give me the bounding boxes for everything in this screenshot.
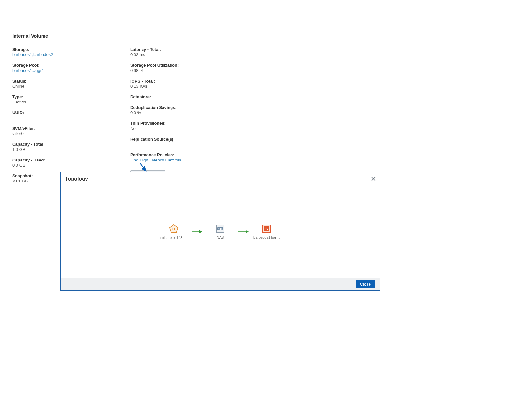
topology-flow: Hocise-esx-1431…NASNASSbarbados1,bar… — [160, 224, 280, 240]
kv-label: Deduplication Savings: — [130, 105, 233, 110]
topology-node-host[interactable]: Hocise-esx-1431… — [160, 224, 187, 240]
kv-label: Status: — [12, 79, 119, 83]
topology-node-nas[interactable]: NASNAS — [207, 224, 234, 239]
kv-value: 1.0 GB — [12, 147, 119, 152]
arrow-right-icon — [191, 230, 203, 234]
kv-label: SVM/vFiler: — [12, 126, 119, 131]
kv-label: Capacity - Total: — [12, 142, 119, 147]
panel-title: Internal Volume — [8, 27, 237, 47]
kv-label: Performance Policies: — [130, 152, 233, 157]
kv-value: 0.02 ms — [130, 52, 233, 57]
kv-right-1: Storage Pool Utilization:0.68 % — [130, 63, 233, 73]
close-icon[interactable]: ✕ — [367, 172, 380, 185]
panel-col-left: Storage:barbados1,barbados2Storage Pool:… — [8, 47, 123, 189]
kv-value-link[interactable]: barbados1,barbados2 — [12, 52, 119, 57]
kv-label: Storage Pool: — [12, 63, 119, 68]
dialog-title: Topology — [61, 176, 367, 182]
kv-value-link[interactable]: Find High Latency FlexVols — [130, 158, 233, 162]
kv-left-6: Capacity - Total:1.0 GB — [12, 142, 119, 152]
arrow-right-icon — [238, 230, 249, 234]
kv-label: IOPS - Total: — [130, 79, 233, 83]
storage-icon: S — [262, 224, 271, 233]
host-icon: H — [169, 224, 179, 234]
panel-columns: Storage:barbados1,barbados2Storage Pool:… — [8, 47, 237, 189]
panel-col-right: Latency - Total:0.02 msStorage Pool Util… — [123, 47, 237, 189]
kv-right-2: IOPS - Total:0.13 IO/s — [130, 79, 233, 89]
kv-value: vfiler0 — [12, 131, 119, 136]
kv-value-link[interactable]: barbados1:aggr1 — [12, 68, 119, 73]
kv-label: Latency - Total: — [130, 47, 233, 52]
topology-dialog: Topology ✕ Hocise-esx-1431…NASNASSbarbad… — [60, 172, 380, 291]
kv-value: No — [130, 126, 233, 131]
topology-node-storage[interactable]: Sbarbados1,bar… — [253, 224, 280, 239]
kv-right-0: Latency - Total:0.02 ms — [130, 47, 233, 57]
topology-node-label: NAS — [217, 235, 224, 239]
kv-right-5: Thin Provisioned:No — [130, 121, 233, 131]
kv-label: Type: — [12, 94, 119, 99]
topology-node-label: ocise-esx-1431… — [160, 236, 187, 240]
dialog-body: Hocise-esx-1431…NASNASSbarbados1,bar… — [61, 185, 380, 278]
kv-value: 0.13 IO/s — [130, 84, 233, 89]
nas-icon: NAS — [216, 224, 225, 233]
kv-value: 0.0 GB — [12, 163, 119, 168]
kv-left-5: SVM/vFiler:vfiler0 — [12, 126, 119, 136]
kv-label: Capacity - Used: — [12, 158, 119, 162]
kv-left-1: Storage Pool:barbados1:aggr1 — [12, 63, 119, 73]
kv-value: Online — [12, 84, 119, 89]
kv-right-7: Performance Policies:Find High Latency F… — [130, 152, 233, 162]
svg-text:S: S — [265, 227, 268, 231]
close-button[interactable]: Close — [356, 280, 375, 288]
kv-label: Storage Pool Utilization: — [130, 63, 233, 68]
kv-label: Thin Provisioned: — [130, 121, 233, 126]
kv-value: 0.68 % — [130, 68, 233, 73]
kv-left-2: Status:Online — [12, 79, 119, 89]
kv-value: FlexVol — [12, 100, 119, 104]
kv-label: UUID: — [12, 110, 119, 115]
kv-label: Datastore: — [130, 94, 233, 99]
kv-label: Storage: — [12, 47, 119, 52]
dialog-header: Topology ✕ — [61, 172, 380, 185]
dialog-footer: Close — [61, 278, 380, 290]
kv-left-4: UUID: — [12, 110, 119, 115]
topology-node-label: barbados1,bar… — [253, 235, 280, 239]
kv-left-0: Storage:barbados1,barbados2 — [12, 47, 119, 57]
kv-label: Replication Source(s): — [130, 137, 233, 142]
svg-text:NAS: NAS — [218, 228, 223, 230]
kv-value: 0.0 % — [130, 110, 233, 115]
svg-text:H: H — [172, 227, 175, 231]
kv-left-7: Capacity - Used:0.0 GB — [12, 158, 119, 168]
kv-right-4: Deduplication Savings:0.0 % — [130, 105, 233, 115]
internal-volume-panel: Internal Volume Storage:barbados1,barbad… — [8, 27, 237, 177]
kv-right-3: Datastore: — [130, 94, 233, 99]
kv-left-3: Type:FlexVol — [12, 94, 119, 104]
kv-right-6: Replication Source(s): — [130, 137, 233, 142]
